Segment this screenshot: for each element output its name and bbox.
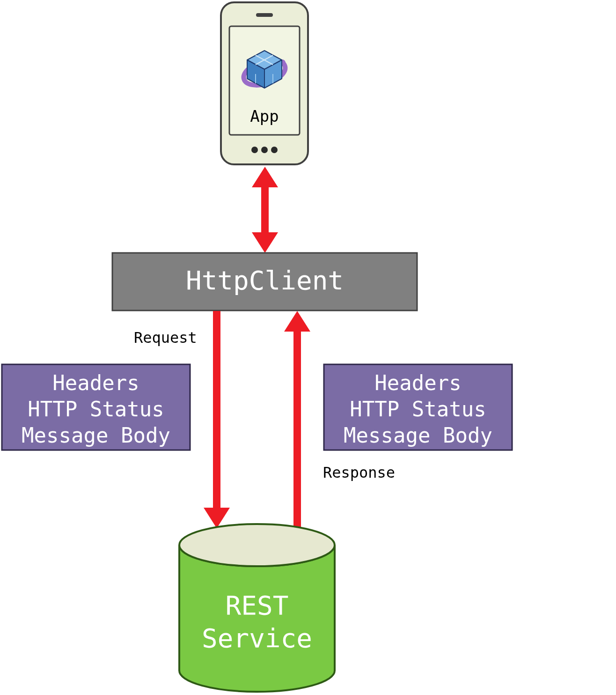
svg-point-3 xyxy=(251,147,258,153)
svg-marker-16 xyxy=(252,167,278,187)
arrow-response xyxy=(284,311,310,529)
svg-point-4 xyxy=(261,147,268,153)
request-label: Request xyxy=(134,329,197,347)
cylinder-line2: Service xyxy=(179,622,335,655)
app-label: App xyxy=(229,107,300,126)
response-label: Response xyxy=(323,464,395,481)
svg-point-5 xyxy=(271,147,278,153)
svg-marker-21 xyxy=(284,311,310,332)
svg-rect-2 xyxy=(256,13,273,17)
svg-rect-18 xyxy=(213,311,220,512)
svg-rect-20 xyxy=(293,329,301,529)
arrow-app-httpclient xyxy=(252,167,278,253)
request-box-line3: Message Body xyxy=(2,422,190,448)
response-box-line3: Message Body xyxy=(324,422,512,448)
svg-rect-15 xyxy=(261,182,269,238)
svg-point-22 xyxy=(179,524,335,566)
phone-device xyxy=(221,2,308,164)
arrow-request xyxy=(204,311,230,528)
response-box-line2: HTTP Status xyxy=(324,396,512,422)
diagram-root: { "phone": { "app_label": "App" }, "http… xyxy=(0,0,616,695)
response-box-line1: Headers xyxy=(324,370,512,396)
request-box-line2: HTTP Status xyxy=(2,396,190,422)
svg-marker-17 xyxy=(252,232,278,253)
cylinder-line1: REST xyxy=(179,589,335,622)
request-box-line1: Headers xyxy=(2,370,190,396)
httpclient-label: HttpClient xyxy=(112,264,417,297)
